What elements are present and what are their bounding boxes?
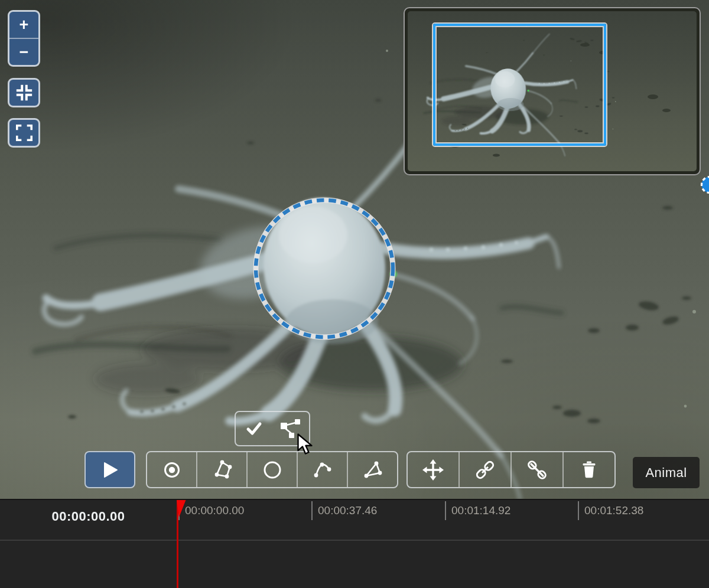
zoom-out-button[interactable]: − (9, 39, 38, 65)
link-icon (474, 459, 496, 481)
type-label: Animal (645, 465, 687, 481)
tick-label: 00:01:52.38 (584, 504, 643, 517)
timeline-time-panel: 00:00:00.00 (0, 500, 177, 588)
polyline-icon (362, 459, 383, 481)
minus-icon: − (19, 44, 29, 60)
polyline-tool-button[interactable] (348, 452, 397, 487)
edge-circle-widget[interactable] (700, 175, 709, 195)
link-tool-button[interactable] (460, 452, 512, 487)
timeline-divider (0, 540, 709, 541)
tick-mark (311, 501, 313, 520)
edit-tool-group (406, 451, 616, 488)
type-label-chip[interactable]: Animal (633, 457, 700, 488)
fit-view-button-wrap (8, 78, 40, 107)
playhead-flag[interactable] (177, 500, 187, 518)
play-button[interactable] (84, 451, 135, 488)
minimap-thumbnail (408, 11, 697, 171)
edit-confirm-toolbar (235, 411, 310, 446)
polygon-tool-button[interactable] (197, 452, 248, 487)
zoom-controls: + − (8, 10, 40, 67)
fullscreen-button-wrap (8, 118, 40, 148)
fullscreen-icon (15, 123, 34, 142)
unlink-icon (526, 459, 548, 481)
delete-button[interactable] (564, 452, 614, 487)
move-tool-button[interactable] (408, 452, 460, 487)
compress-icon (15, 83, 34, 102)
confirm-button[interactable] (236, 412, 272, 445)
minimap-viewport-rect[interactable] (433, 24, 606, 146)
video-annotation-app: + − (0, 0, 709, 588)
vertices-icon (279, 418, 302, 439)
current-time: 00:00:00.00 (0, 509, 177, 524)
minimap[interactable] (404, 7, 701, 175)
line-tool-button[interactable] (298, 452, 348, 487)
play-icon (101, 461, 119, 479)
move-icon (422, 459, 444, 481)
shape-tool-group (146, 451, 398, 488)
line-icon (312, 459, 333, 481)
tick-label: 00:00:00.00 (185, 504, 244, 517)
tick-mark (578, 501, 579, 520)
point-tool-button[interactable] (147, 452, 197, 487)
zoom-in-button[interactable]: + (9, 12, 38, 38)
tick-mark (445, 501, 446, 520)
polygon-icon (212, 459, 233, 481)
check-icon (244, 420, 264, 437)
timeline[interactable]: 00:00:00.00 00:00:00.00 00:00:37.46 00:0… (0, 499, 709, 588)
plus-icon: + (19, 17, 29, 33)
point-icon (161, 459, 183, 481)
fullscreen-button[interactable] (9, 120, 38, 146)
edit-vertices-button[interactable] (272, 412, 309, 445)
fit-view-button[interactable] (9, 80, 38, 106)
tick-label: 00:00:37.46 (318, 504, 377, 517)
circle-icon (262, 459, 283, 481)
circle-tool-button[interactable] (248, 452, 298, 487)
tick-label: 00:01:14.92 (451, 504, 510, 517)
trash-icon (578, 459, 600, 481)
unlink-tool-button[interactable] (512, 452, 564, 487)
